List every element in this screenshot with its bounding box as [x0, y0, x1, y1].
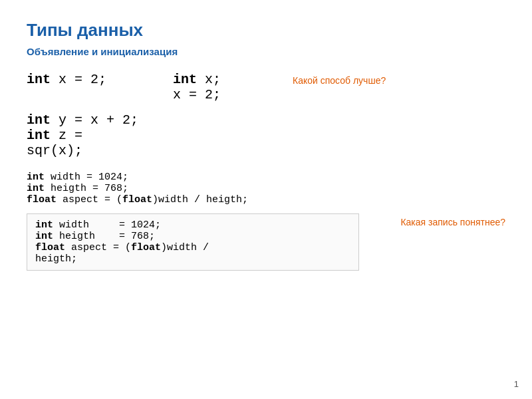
code-heigth1: int heigth = 768; — [27, 183, 505, 194]
code-aspect2-line2: heigth; — [35, 253, 350, 265]
section4-code: int width = 1024; int heigth = 768; floa… — [27, 213, 359, 271]
code-int-x-line2: x = 2; — [173, 87, 279, 102]
question1: Какой способ лучше? — [293, 75, 386, 86]
section1: int x = 2; int x; x = 2; Какой способ лу… — [27, 72, 505, 102]
slide-subtitle: Объявление и инициализация — [27, 46, 505, 57]
code-int-y: int y = x + 2; — [27, 112, 505, 128]
slide: Типы данных Объявление и инициализация i… — [0, 0, 532, 399]
code-block-right: int x; x = 2; — [173, 72, 279, 102]
section4: int width = 1024; int heigth = 768; floa… — [27, 213, 505, 271]
code-int-z: int z = — [27, 128, 505, 143]
code-sqr: sqr(x); — [27, 143, 505, 158]
page-number: 1 — [514, 379, 519, 389]
section3: int width = 1024; int heigth = 768; floa… — [27, 172, 505, 205]
code-int-x-inline: int x = 2; — [27, 72, 106, 87]
code-aspect1: float aspect = (float)width / heigth; — [27, 194, 505, 205]
question2: Какая запись понятнее? — [400, 217, 505, 227]
code-width1: int width = 1024; — [27, 172, 505, 183]
code-block-left: int x = 2; — [27, 72, 173, 87]
code-aspect2-line1: float aspect = (float)width / — [35, 242, 350, 253]
section2: int y = x + 2; int z = sqr(x); — [27, 112, 505, 158]
slide-title: Типы данных — [27, 20, 505, 41]
code-width2: int width = 1024; — [35, 219, 350, 231]
section4-right: Какая запись понятнее? — [359, 213, 505, 231]
code-heigth2: int heigth = 768; — [35, 231, 350, 242]
code-int-x-line1: int x; — [173, 72, 279, 87]
